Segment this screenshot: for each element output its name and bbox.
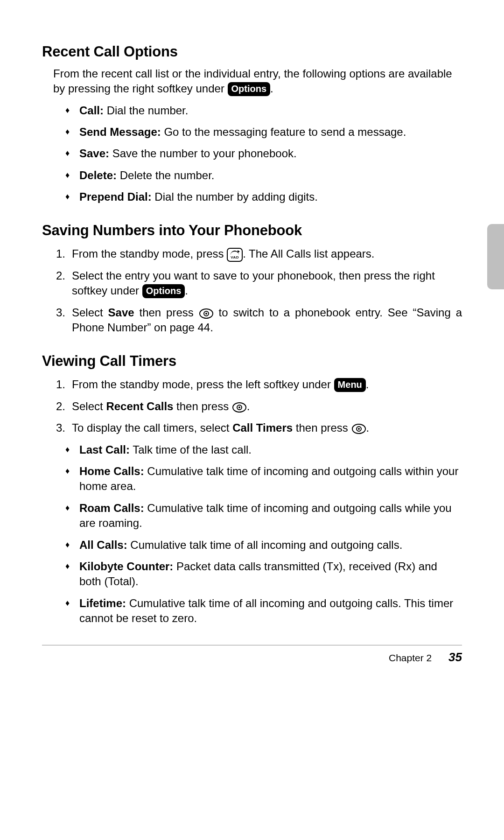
list-item: 2. Select the entry you want to save to … xyxy=(56,268,462,299)
step-number: 1. xyxy=(56,377,65,392)
text: . xyxy=(270,82,273,95)
recent-options-list: Call: Dial the number. Send Message: Go … xyxy=(65,103,462,205)
list-item: 3. Select Save then press to switch to a… xyxy=(56,305,462,336)
page-number: 35 xyxy=(448,650,462,664)
list-item: Save: Save the number to your phonebook. xyxy=(65,146,462,161)
svg-point-8 xyxy=(358,428,360,430)
term: Call: xyxy=(79,104,104,117)
saving-steps-list: 1. From the standby mode, press VAD. The… xyxy=(56,246,462,335)
heading-viewing-call-timers: Viewing Call Timers xyxy=(42,351,462,371)
list-item: Lifetime: Cumulative talk time of all in… xyxy=(65,596,462,626)
text: then press xyxy=(293,421,351,434)
step-number: 3. xyxy=(56,420,65,435)
list-item: Last Call: Talk time of the last call. xyxy=(65,442,462,457)
term: Save: xyxy=(79,147,109,160)
text: . xyxy=(366,378,369,391)
options-badge: Options xyxy=(228,82,271,96)
footer-rule xyxy=(42,645,462,645)
intro-text: From the recent call list or the individ… xyxy=(53,66,462,97)
term: Delete: xyxy=(79,169,117,182)
svg-point-5 xyxy=(238,406,240,408)
desc: Cumulative talk time of all incoming and… xyxy=(127,539,403,551)
list-item: All Calls: Cumulative talk time of all i… xyxy=(65,538,462,553)
send-key-icon: VAD xyxy=(227,248,243,262)
term: Send Message: xyxy=(79,126,161,138)
step-number: 2. xyxy=(56,268,65,283)
text: . xyxy=(247,400,250,413)
list-item: 2. Select Recent Calls then press . xyxy=(56,399,462,414)
term: Last Call: xyxy=(79,443,130,456)
list-item: Send Message: Go to the messaging featur… xyxy=(65,125,462,140)
desc: Dial the number. xyxy=(104,104,188,117)
desc: Dial the number by adding digits. xyxy=(152,190,318,203)
list-item: 1. From the standby mode, press the left… xyxy=(56,377,462,392)
term: Prepend Dial: xyxy=(79,190,152,203)
text: Select the entry you want to save to you… xyxy=(72,269,435,297)
text: To display the call timers, select xyxy=(72,421,232,434)
svg-point-2 xyxy=(205,313,207,315)
page-footer: Chapter 2 35 xyxy=(42,649,462,665)
manual-page: Recent Call Options From the recent call… xyxy=(0,0,504,840)
ok-button-icon xyxy=(351,423,366,434)
step-number: 2. xyxy=(56,399,65,414)
desc: Save the number to your phonebook. xyxy=(109,147,297,160)
text: then press xyxy=(134,306,199,319)
text: . xyxy=(366,421,370,434)
heading-recent-call-options: Recent Call Options xyxy=(42,42,462,62)
list-item: 3. To display the call timers, select Ca… xyxy=(56,420,462,435)
list-item: Kilobyte Counter: Packet data calls tran… xyxy=(65,559,462,589)
text: Select xyxy=(72,400,106,413)
list-item: Prepend Dial: Dial the number by adding … xyxy=(65,189,462,204)
text: . xyxy=(185,284,188,297)
term: Roam Calls: xyxy=(79,502,144,514)
text: . The All Calls list appears. xyxy=(243,247,374,260)
list-item: Delete: Delete the number. xyxy=(65,168,462,183)
desc: Talk time of the last call. xyxy=(130,443,252,456)
list-item: 1. From the standby mode, press VAD. The… xyxy=(56,246,462,262)
text: Select xyxy=(72,306,108,319)
list-item: Home Calls: Cumulative talk time of inco… xyxy=(65,464,462,494)
section-thumb-tab xyxy=(487,224,504,289)
chapter-label: Chapter 2 xyxy=(389,652,432,663)
timers-bullets-list: Last Call: Talk time of the last call. H… xyxy=(65,442,462,626)
bold-text: Call Timers xyxy=(232,421,293,434)
term: Home Calls: xyxy=(79,465,144,477)
text: From the standby mode, press xyxy=(72,247,227,260)
desc: Go to the messaging feature to send a me… xyxy=(161,126,406,138)
term: All Calls: xyxy=(79,539,127,551)
ok-button-icon xyxy=(232,402,247,413)
bold-text: Recent Calls xyxy=(106,400,173,413)
timers-steps-list: 1. From the standby mode, press the left… xyxy=(56,377,462,435)
menu-badge: Menu xyxy=(334,378,366,392)
desc: Cumulative talk time of all incoming and… xyxy=(79,597,453,624)
options-badge: Options xyxy=(142,284,185,298)
ok-button-icon xyxy=(199,308,214,319)
text: From the standby mode, press the left so… xyxy=(72,378,334,391)
bold-text: Save xyxy=(108,306,134,319)
step-number: 3. xyxy=(56,305,65,320)
desc: Delete the number. xyxy=(117,169,214,182)
term: Kilobyte Counter: xyxy=(79,560,173,573)
list-item: Call: Dial the number. xyxy=(65,103,462,118)
step-number: 1. xyxy=(56,246,65,261)
text: then press xyxy=(173,400,231,413)
heading-saving-numbers: Saving Numbers into Your Phonebook xyxy=(42,221,462,240)
term: Lifetime: xyxy=(79,597,126,609)
list-item: Roam Calls: Cumulative talk time of inco… xyxy=(65,501,462,531)
